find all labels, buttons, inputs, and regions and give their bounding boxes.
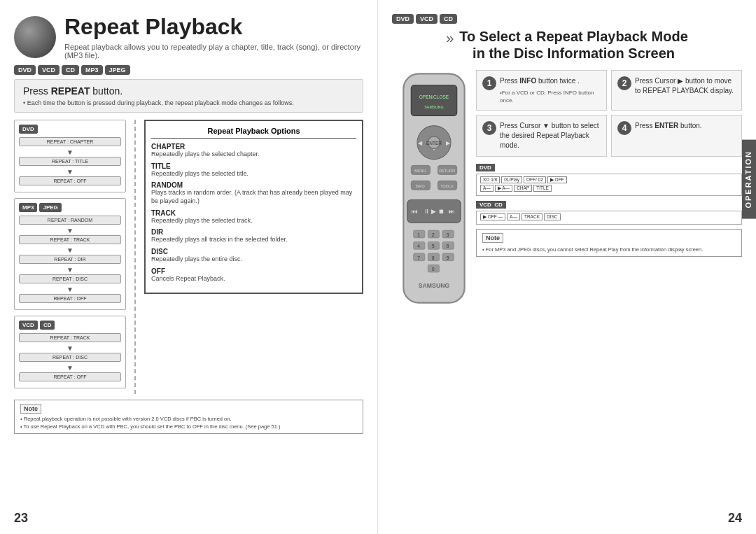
- mp3-jpeg-diagram: MP3 JPEG REPEAT : RANDOM ▼ REPEAT : TRAC…: [14, 198, 126, 310]
- note-label-left: Note: [20, 404, 41, 414]
- dvd-disp-item-7: CHAP: [514, 185, 532, 192]
- option-off-name: OFF: [151, 267, 356, 275]
- note-text-left-1: • Repeat playback operation is not possi…: [20, 416, 357, 422]
- right-title-row: » To Select a Repeat Playback Mode in th…: [392, 28, 742, 62]
- vcd-arrow-1: ▼: [19, 344, 121, 353]
- note-box-left: Note • Repeat playback operation is not …: [14, 400, 363, 434]
- mp3-arrow-4: ▼: [19, 286, 121, 294]
- badge-jpeg-left: JPEG: [105, 65, 130, 75]
- badge-dvd-right: DVD: [392, 14, 414, 24]
- svg-text:⏸: ⏸: [424, 208, 430, 215]
- option-title-desc: Repeatedly plays the selected title.: [151, 170, 356, 178]
- mp3-arrow-1: ▼: [19, 227, 121, 235]
- vcd-btn-2: REPEAT : DISC: [19, 353, 121, 362]
- format-badges-right: DVD VCD CD: [392, 14, 742, 24]
- header-text: Repeat Playback Repeat playback allows y…: [64, 14, 363, 59]
- option-track: TRACK Repeatedly plays the selected trac…: [151, 209, 356, 225]
- badge-mp3-left: MP3: [81, 65, 103, 75]
- dashed-divider: [134, 120, 136, 394]
- option-track-desc: Repeatedly plays the selected track.: [151, 217, 356, 225]
- svg-text:8: 8: [432, 255, 435, 260]
- repeat-note: • Each time the button is pressed during…: [23, 99, 354, 106]
- right-title-text: To Select a Repeat Playback Mode in the …: [459, 28, 687, 62]
- svg-text:7: 7: [417, 255, 420, 260]
- svg-rect-1: [411, 85, 456, 116]
- step-3-text: Press Cursor ▼ button to select the desi…: [500, 121, 601, 150]
- vcdc-disp-item-4: DISC: [544, 213, 561, 220]
- option-title: TITLE Repeatedly plays the selected titl…: [151, 162, 356, 178]
- right-title-line1: To Select a Repeat Playback Mode: [459, 28, 687, 45]
- vcdc-display-label: VCD CD: [476, 201, 506, 209]
- mp3-btn-2: REPEAT : TRACK: [19, 235, 121, 244]
- repeat-bold: REPEAT: [51, 85, 90, 97]
- mp3-jpeg-label: MP3 JPEG: [19, 203, 121, 212]
- dvd-display-label: DVD: [476, 164, 495, 171]
- option-random: RANDOM Plays tracks in random order. (A …: [151, 181, 356, 205]
- page-header: Repeat Playback Repeat playback allows y…: [14, 14, 363, 59]
- vcdc-display-box: ▶ OFF — A— TRACK DISC: [476, 211, 742, 225]
- dvd-disp-item-3: OFF/ 02: [524, 176, 546, 183]
- note-box-right: Note • For MP3 and JPEG discs, you canno…: [476, 229, 742, 257]
- options-title: Repeat Playback Options: [151, 127, 356, 139]
- svg-text:ENTER: ENTER: [426, 141, 442, 146]
- svg-text:SAMSUNG: SAMSUNG: [424, 105, 444, 109]
- dvd-disp-item-4: ▶ OFF: [547, 176, 567, 183]
- dvd-diagram-label: DVD: [19, 125, 121, 134]
- svg-text:6: 6: [447, 244, 449, 248]
- svg-text:TOOLS: TOOLS: [440, 184, 454, 188]
- step-1-subnote: •For a VCD or CD, Press INFO button once…: [500, 89, 601, 104]
- svg-text:9: 9: [447, 255, 449, 260]
- badge-dvd-left: DVD: [14, 65, 36, 75]
- svg-text:SAMSUNG: SAMSUNG: [419, 282, 450, 289]
- svg-text:▶: ▶: [446, 140, 451, 146]
- steps-grid: 1 Press INFO button twice . •For a VCD o…: [476, 70, 742, 157]
- step-2-text: Press Cursor ▶ button to move to REPEAT …: [635, 76, 736, 96]
- step-1-card: 1 Press INFO button twice . •For a VCD o…: [476, 70, 607, 111]
- page-subtitle: Repeat playback allows you to repeatedly…: [64, 43, 363, 59]
- vcdc-disp-item-2: A—: [507, 213, 520, 220]
- left-page: Repeat Playback Repeat playback allows y…: [0, 0, 378, 534]
- dvd-disp-item-5: A—: [480, 185, 493, 192]
- svg-text:▶: ▶: [432, 208, 437, 215]
- note-text-right: • For MP3 and JPEG discs, you cannot sel…: [482, 246, 736, 253]
- step-4-card: 4 Press ENTER button.: [611, 115, 742, 157]
- svg-text:2: 2: [432, 232, 435, 237]
- mp3-btn-1: REPEAT : RANDOM: [19, 216, 121, 225]
- mp3-btn-5: REPEAT : OFF: [19, 294, 121, 303]
- svg-text:0: 0: [432, 267, 435, 272]
- right-header: » To Select a Repeat Playback Mode in th…: [392, 28, 742, 62]
- option-chapter-desc: Repeatedly plays the selected chapter.: [151, 150, 356, 159]
- operation-tab: OPERATION: [742, 140, 756, 219]
- dvd-display-box: XO 1/8 01/Play OFF/ 02 ▶ OFF A— ▶ A— CHA…: [476, 174, 742, 196]
- remote-svg: OPEN/CLOSE SAMSUNG ▲ ▼ ◀ ▶ ENTER MENU RE…: [392, 70, 476, 314]
- header-icon: [14, 16, 56, 58]
- right-title-line2: in the Disc Information Screen: [459, 45, 687, 62]
- svg-text:⏭: ⏭: [449, 208, 455, 215]
- vcdc-disp-row-1: ▶ OFF — A— TRACK DISC: [480, 213, 738, 220]
- diagrams-column: DVD REPEAT : CHAPTER ▼ REPEAT : TITLE ▼ …: [14, 120, 126, 394]
- remote-column: OPEN/CLOSE SAMSUNG ▲ ▼ ◀ ▶ ENTER MENU RE…: [392, 70, 469, 316]
- dvd-arrow-2: ▼: [19, 168, 121, 176]
- step-1-number: 1: [482, 76, 496, 90]
- option-chapter: CHAPTER Repeatedly plays the selected ch…: [151, 143, 356, 159]
- option-chapter-name: CHAPTER: [151, 143, 356, 150]
- page-number-left: 23: [14, 511, 28, 526]
- dvd-disp-item-2: 01/Play: [501, 176, 522, 183]
- step-3-number: 3: [482, 121, 496, 135]
- dvd-badge: DVD: [19, 125, 38, 134]
- dvd-btn-3: REPEAT : OFF: [19, 176, 121, 185]
- display-section-dvd: DVD XO 1/8 01/Play OFF/ 02 ▶ OFF A— ▶ A—…: [476, 162, 742, 196]
- dvd-disp-item-6: ▶ A—: [495, 185, 512, 192]
- svg-text:RETURN: RETURN: [439, 169, 455, 173]
- option-off: OFF Cancels Repeat Playback.: [151, 267, 356, 283]
- repeat-title: Press REPEAT button.: [23, 85, 354, 97]
- dvd-disp-row-2: A— ▶ A— CHAP TITLE: [480, 185, 738, 192]
- vcdc-disp-item-1: ▶ OFF —: [480, 213, 505, 220]
- options-column: Repeat Playback Options CHAPTER Repeated…: [144, 120, 363, 394]
- steps-column: 1 Press INFO button twice . •For a VCD o…: [476, 70, 742, 316]
- right-page: OPERATION DVD VCD CD » To Select a Repea…: [378, 0, 756, 534]
- option-disc-name: DISC: [151, 248, 356, 255]
- vcd-btn-3: REPEAT : OFF: [19, 372, 121, 381]
- option-off-desc: Cancels Repeat Playback.: [151, 275, 356, 283]
- step-3-card: 3 Press Cursor ▼ button to select the de…: [476, 115, 607, 157]
